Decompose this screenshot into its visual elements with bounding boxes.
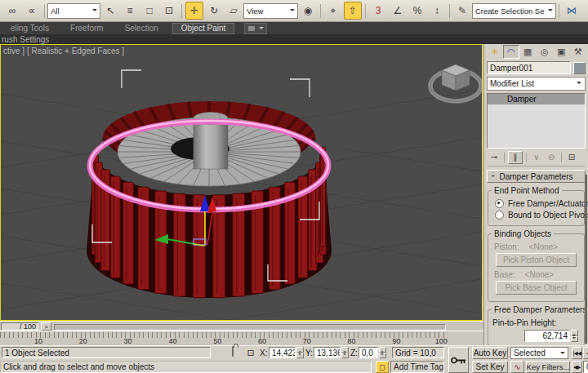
binding-objects-group: Binding Objects Piston: <None> Pick Pist… (488, 233, 585, 302)
pin-height-spinner[interactable] (571, 330, 578, 342)
select-and-link-icon[interactable]: ∞ (3, 2, 21, 20)
select-and-manipulate-icon[interactable]: ⌖ (324, 2, 342, 20)
edit-named-selection-sets-icon[interactable]: ✎ (453, 2, 471, 20)
mirror-icon[interactable]: ⋈ (563, 2, 581, 20)
x-spinner[interactable] (296, 347, 304, 358)
absolute-offset-mode-icon[interactable]: ⊡ (245, 348, 256, 358)
view-cube[interactable] (430, 64, 481, 101)
modify-tab-icon[interactable]: ◠ (503, 45, 520, 59)
z-coordinate-field[interactable]: 0,0 (359, 347, 378, 358)
rectangular-selection-region-icon[interactable]: □ (140, 2, 158, 20)
track-bar[interactable]: 102030405060708090100 (0, 331, 483, 345)
key-filters-button[interactable]: Key Filters... (526, 361, 570, 373)
modifier-list-dropdown[interactable]: Modifier List (487, 77, 586, 91)
command-panel-scrollbar[interactable] (585, 175, 587, 344)
go-to-start-icon[interactable]: |◀◀ (572, 347, 582, 359)
utilities-tab-icon[interactable]: ⚒ (570, 45, 587, 59)
named-selection-set-select[interactable]: Create Selection Se (472, 3, 556, 19)
time-slider-value[interactable]: / 100 (1, 322, 38, 331)
configure-modifier-sets-icon[interactable]: ⊟ (565, 152, 578, 163)
unlink-selection-icon[interactable]: ∝ (23, 2, 41, 20)
make-unique-icon[interactable]: ∨ (530, 152, 543, 163)
reference-coordinate-system-select[interactable]: View (243, 3, 298, 19)
object-name-field[interactable]: Damper001 (487, 61, 571, 74)
rollout-collapse-icon[interactable]: - (492, 171, 494, 180)
isolate-selection-icon[interactable] (216, 347, 217, 356)
select-object-icon[interactable]: ↖ (101, 2, 119, 20)
pick-base-object-button[interactable]: Pick Base Object (496, 281, 577, 295)
track-bar-frame-label: 90 (392, 337, 400, 345)
tab-modeling-tools[interactable]: eling Tools (0, 24, 60, 33)
damper-parameters-rollout[interactable]: - Damper Parameters (487, 170, 586, 183)
track-bar-frame-label: 60 (258, 337, 266, 345)
x-coordinate-field[interactable]: 14,423 (269, 347, 296, 358)
window-crossing-icon[interactable]: ⊡ (160, 2, 178, 20)
base-label: Base: (494, 270, 515, 279)
ribbon-minimize-button[interactable] (244, 23, 267, 34)
damper-object[interactable] (87, 101, 332, 298)
percent-snap-icon[interactable]: % (408, 2, 426, 20)
add-time-tag[interactable]: Add Time Tag (390, 361, 444, 373)
select-by-name-icon[interactable]: ≡ (121, 2, 139, 20)
set-key-button[interactable]: Set Key (472, 361, 508, 373)
damper-piston[interactable] (194, 118, 228, 169)
angle-snap-icon[interactable]: ∠ (389, 2, 407, 20)
selection-filter-select[interactable]: All (47, 3, 100, 19)
radio-off-icon[interactable] (495, 211, 504, 220)
pin-to-pin-height-label: Pin-to-Pin Height: (492, 318, 581, 327)
tab-freeform[interactable]: Freeform (60, 24, 114, 33)
keyboard-shortcut-override-icon[interactable]: ⇧ (344, 2, 362, 20)
select-and-rotate-icon[interactable]: ↻ (205, 2, 223, 20)
time-slider[interactable]: / 100 > (0, 321, 483, 331)
display-tab-icon[interactable]: ▣ (553, 45, 570, 59)
tab-selection[interactable]: Selection (114, 24, 169, 33)
y-spinner[interactable] (341, 347, 349, 358)
set-keys-button[interactable] (448, 347, 469, 373)
viewport-label[interactable]: ctive ] [ Realistic + Edged Faces ] (3, 47, 124, 56)
adaptive-degradation-icon[interactable]: ◻ (376, 361, 389, 373)
z-spinner[interactable] (379, 347, 386, 358)
main-toolbar: ∞ ∝ All ↖ ≡ □ ⊡ ✛ ↻ ▱ View ◉ ⌖ ⇧ 3 ∠ % ↕… (0, 0, 588, 22)
viewport-canvas[interactable] (1, 45, 482, 320)
auto-key-button[interactable]: Auto Key (472, 347, 508, 359)
time-slider-track[interactable] (54, 324, 446, 331)
modifier-stack[interactable]: Damper (487, 93, 586, 149)
key-mode-toggle-icon[interactable]: ◀▶ (572, 361, 582, 373)
pick-piston-object-button[interactable]: Pick Piston Object (496, 253, 577, 267)
bound-to-pivots-radio[interactable]: Bound to Object Pivots (495, 211, 581, 220)
selection-set-keying-dropdown[interactable]: Selected (510, 347, 568, 359)
create-tab-icon[interactable]: ✳ (486, 45, 503, 59)
rollout-title: Damper Parameters (499, 172, 572, 181)
default-in-out-tangents-icon[interactable]: ∿ (510, 361, 524, 373)
hierarchy-tab-icon[interactable]: ▦ (519, 45, 537, 59)
snap-toggle-icon[interactable]: 3 (369, 2, 387, 20)
pin-to-pin-height-field[interactable]: 62,714 (524, 330, 570, 342)
free-damper-radio[interactable]: Free Damper/Actuator (495, 199, 581, 208)
panel-brush-settings[interactable]: rush Settings (0, 35, 56, 44)
show-end-result-icon[interactable]: ∥ (508, 151, 523, 164)
y-coordinate-field[interactable]: 13,136 (314, 347, 341, 358)
next-frame-button[interactable]: > (41, 322, 51, 331)
motion-tab-icon[interactable]: ◎ (537, 45, 554, 59)
spinner-snap-icon[interactable]: ↕ (428, 2, 446, 20)
select-and-scale-icon[interactable]: ▱ (225, 2, 243, 20)
select-and-move-icon[interactable]: ✛ (185, 2, 203, 20)
z-coordinate-label: Z: (350, 349, 358, 357)
end-point-method-group: End Point Method Free Damper/Actuator Bo… (488, 190, 585, 226)
align-icon[interactable]: ∥ (582, 2, 588, 20)
selection-lock-icon[interactable] (230, 347, 234, 356)
use-pivot-center-icon[interactable]: ◉ (299, 2, 317, 20)
pin-stack-icon[interactable]: ⊸ (488, 152, 501, 163)
prompt-line: Click and drag to select and move object… (0, 361, 372, 373)
selection-status-field: 1 Object Selected (2, 347, 211, 358)
x-coordinate-label: X: (260, 349, 267, 357)
tab-object-paint[interactable]: Object Paint (172, 23, 234, 34)
previous-frame-icon[interactable]: ◀ (583, 347, 588, 359)
object-color-swatch[interactable] (573, 62, 586, 74)
modifier-stack-item[interactable]: Damper (488, 94, 585, 104)
toolbar-separator (365, 4, 366, 18)
perspective-viewport[interactable]: ctive ] [ Realistic + Edged Faces ] (0, 44, 483, 321)
radio-on-icon[interactable] (495, 199, 504, 208)
remove-modifier-icon[interactable]: ⊖ (545, 152, 558, 163)
current-frame-field[interactable]: 0 (583, 361, 588, 373)
